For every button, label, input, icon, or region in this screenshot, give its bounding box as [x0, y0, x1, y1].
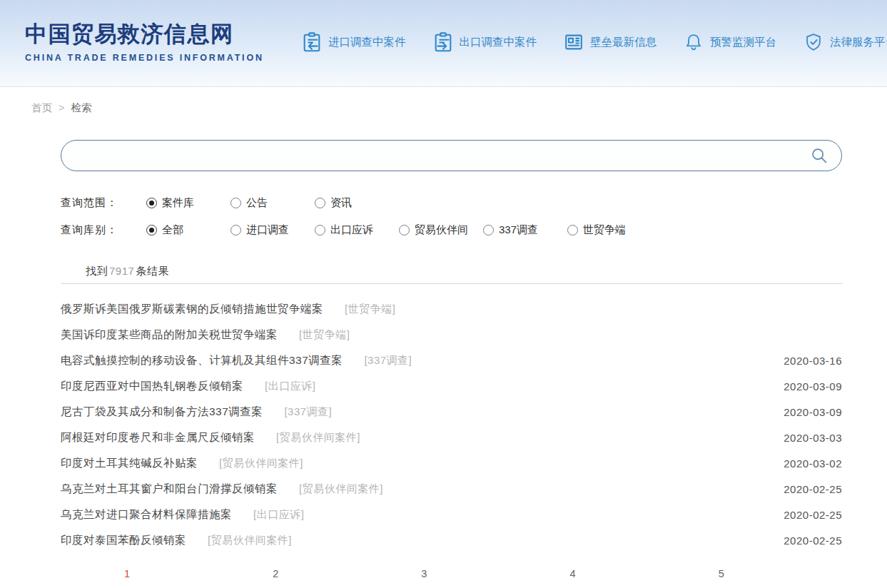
search-bar — [61, 140, 842, 171]
result-category-tag: [贸易伙伴间案件] — [208, 534, 292, 547]
result-row: 乌克兰对土耳其窗户和阳台门滑撑反倾销案 [贸易伙伴间案件] 2020-02-25 — [61, 476, 842, 502]
radio-label: 全部 — [162, 223, 183, 237]
result-title-link[interactable]: 俄罗斯诉美国俄罗斯碳素钢的反倾销措施世贸争端案 — [61, 302, 323, 317]
result-row: 印度对泰国苯酚反倾销案 [贸易伙伴间案件] 2020-02-25 — [61, 527, 842, 553]
radio-dot-icon — [146, 198, 157, 208]
nav-item-export-cases[interactable]: 出口调查中案件 — [432, 31, 537, 53]
result-row: 印度尼西亚对中国热轧钢卷反倾销案 [出口应诉] 2020-03-09 — [61, 373, 842, 399]
result-date: 2020-03-03 — [784, 432, 842, 444]
results-list: 俄罗斯诉美国俄罗斯碳素钢的反倾销措施世贸争端案 [世贸争端] 美国诉印度某些商品… — [61, 296, 842, 553]
nav-item-import-cases[interactable]: 进口调查中案件 — [301, 31, 406, 53]
nav-item-label: 预警监测平台 — [710, 35, 776, 50]
radio-label: 案件库 — [162, 196, 194, 210]
result-category-tag: [337调查] — [364, 354, 412, 368]
radio-label: 资讯 — [330, 196, 352, 210]
radio-dot-icon — [315, 225, 325, 235]
radio-dot-icon — [230, 198, 241, 208]
result-title-link[interactable]: 阿根廷对印度卷尺和非金属尺反倾销案 — [61, 430, 255, 445]
radio-case-library[interactable]: 案件库 — [146, 196, 230, 210]
results-count-number: 7917 — [108, 265, 136, 277]
nav-item-alert-platform[interactable]: 预警监测平台 — [683, 31, 776, 53]
results-count-prefix: 找到 — [86, 265, 108, 277]
breadcrumb-separator: > — [59, 102, 64, 113]
radio-dot-icon — [146, 225, 157, 235]
site-logo[interactable]: 中国贸易救济信息网 CHINA TRADE REMEDIES INFORMATI… — [25, 19, 264, 63]
filter-label-library: 查询库别： — [61, 223, 146, 237]
result-date: 2020-02-25 — [784, 483, 842, 495]
pagination-page-1[interactable]: 1 — [64, 568, 191, 588]
result-date: 2020-03-02 — [784, 457, 842, 470]
result-row: 乌克兰对进口聚合材料保障措施案 [出口应诉] 2020-02-25 — [61, 502, 842, 527]
result-date: 2020-03-16 — [784, 355, 842, 367]
result-title-link[interactable]: 乌克兰对土耳其窗户和阳台门滑撑反倾销案 — [61, 482, 278, 497]
radio-news[interactable]: 资讯 — [315, 196, 399, 210]
result-title-link[interactable]: 印度尼西亚对中国热轧钢卷反倾销案 — [61, 379, 243, 394]
result-category-tag: [世贸争端] — [299, 328, 350, 342]
results-count-suffix: 条结果 — [136, 265, 169, 277]
result-title-link[interactable]: 电容式触摸控制的移动设备、计算机及其组件337调查案 — [61, 353, 343, 368]
header-nav: 进口调查中案件 出口调查中案件 — [301, 26, 887, 59]
result-category-tag: [贸易伙伴间案件] — [299, 482, 383, 496]
result-title-link[interactable]: 印度对泰国苯酚反倾销案 — [61, 533, 186, 548]
breadcrumb-home[interactable]: 首页 — [31, 102, 52, 113]
radio-dot-icon — [399, 225, 410, 235]
results-count: 找到7917条结果 — [86, 265, 169, 278]
nav-item-barrier-news[interactable]: 壁垒最新信息 — [563, 31, 657, 53]
site-header: 中国贸易救济信息网 CHINA TRADE REMEDIES INFORMATI… — [0, 0, 887, 87]
radio-trade-partners[interactable]: 贸易伙伴间 — [399, 223, 483, 237]
radio-label: 337调查 — [499, 223, 538, 237]
result-row: 尼古丁袋及其成分和制备方法337调查案 [337调查] 2020-03-09 — [61, 399, 842, 425]
radio-dot-icon — [567, 225, 578, 235]
search-input[interactable] — [61, 140, 842, 171]
result-date: 2020-02-25 — [784, 509, 842, 521]
site-title: 中国贸易救济信息网 — [25, 19, 264, 49]
breadcrumb-current: 检索 — [71, 102, 91, 113]
news-icon — [563, 31, 584, 53]
result-category-tag: [出口应诉] — [253, 508, 304, 522]
radio-dot-icon — [315, 198, 325, 208]
result-category-tag: [337调查] — [284, 405, 332, 419]
result-title-link[interactable]: 印度对土耳其纯碱反补贴案 — [61, 456, 198, 471]
result-date: 2020-03-09 — [784, 380, 842, 392]
radio-label: 进口调查 — [246, 223, 289, 237]
search-icon[interactable] — [809, 145, 830, 166]
clipboard-arrow-left-icon — [301, 31, 323, 53]
radio-label: 公告 — [246, 196, 268, 210]
result-title-link[interactable]: 乌克兰对进口聚合材料保障措施案 — [61, 507, 232, 522]
radio-337-investigation[interactable]: 337调查 — [483, 223, 567, 237]
bell-icon — [683, 31, 704, 53]
radio-label: 贸易伙伴间 — [415, 223, 468, 237]
result-row: 阿根廷对印度卷尺和非金属尺反倾销案 [贸易伙伴间案件] 2020-03-03 — [61, 425, 842, 450]
result-category-tag: [贸易伙伴间案件] — [219, 457, 303, 470]
result-row: 俄罗斯诉美国俄罗斯碳素钢的反倾销措施世贸争端案 [世贸争端] — [61, 296, 842, 322]
pagination-page-5[interactable]: 5 — [658, 568, 785, 588]
pagination: 首页 上一页 1 2 3 4 5 下一页 末页 共792页 — [0, 568, 887, 588]
radio-announcements[interactable]: 公告 — [230, 196, 315, 210]
radio-all[interactable]: 全部 — [146, 223, 230, 237]
result-category-tag: [世贸争端] — [345, 303, 395, 316]
result-date: 2020-03-09 — [784, 406, 842, 418]
result-category-tag: [贸易伙伴间案件] — [276, 431, 360, 445]
result-title-link[interactable]: 美国诉印度某些商品的附加关税世贸争端案 — [61, 328, 278, 343]
radio-wto-disputes[interactable]: 世贸争端 — [567, 223, 652, 237]
radio-import-investigation[interactable]: 进口调查 — [230, 223, 315, 237]
pagination-page-2[interactable]: 2 — [212, 568, 339, 588]
result-title-link[interactable]: 尼古丁袋及其成分和制备方法337调查案 — [61, 405, 263, 420]
result-row: 电容式触摸控制的移动设备、计算机及其组件337调查案 [337调查] 2020-… — [61, 348, 842, 373]
radio-dot-icon — [483, 225, 494, 235]
radio-label: 世贸争端 — [583, 223, 626, 237]
nav-item-legal-platform[interactable]: 法律服务平台 — [803, 31, 887, 53]
radio-label: 出口应诉 — [330, 223, 373, 237]
pagination-page-3[interactable]: 3 — [360, 568, 487, 588]
result-date: 2020-02-25 — [784, 534, 842, 547]
filter-row-scope: 查询范围： 案件库 公告 资讯 — [61, 196, 399, 210]
nav-item-label: 出口调查中案件 — [460, 35, 537, 50]
result-row: 美国诉印度某些商品的附加关税世贸争端案 [世贸争端] — [61, 322, 842, 348]
site-subtitle: CHINA TRADE REMEDIES INFORMATION — [25, 53, 264, 63]
nav-item-label: 法律服务平台 — [830, 35, 887, 50]
radio-export-response[interactable]: 出口应诉 — [315, 223, 399, 237]
result-row: 印度对土耳其纯碱反补贴案 [贸易伙伴间案件] 2020-03-02 — [61, 450, 842, 476]
filter-row-library: 查询库别： 全部 进口调查 出口应诉 贸易伙伴间 337调查 世贸争端 — [61, 223, 652, 237]
result-category-tag: [出口应诉] — [265, 380, 315, 393]
pagination-page-4[interactable]: 4 — [509, 568, 636, 588]
